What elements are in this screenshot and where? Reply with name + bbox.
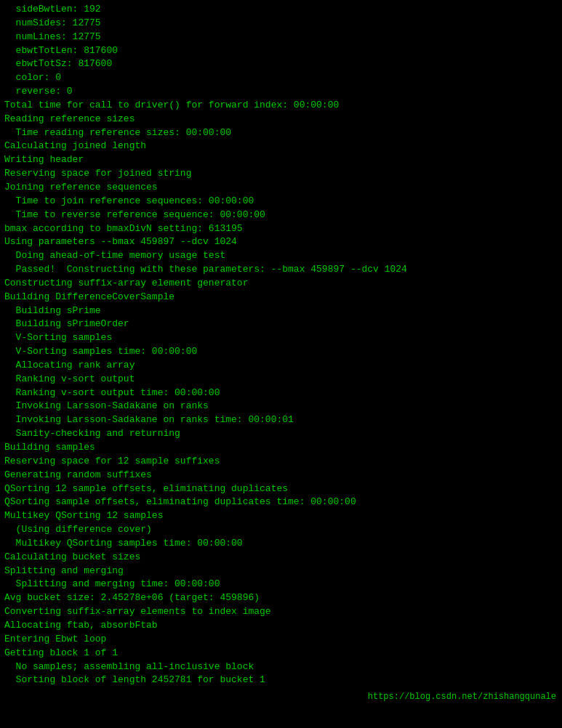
terminal-line: Joining reference sequences bbox=[4, 181, 558, 195]
terminal-line: Reading reference sizes bbox=[4, 113, 558, 126]
terminal-line: Avg bucket size: 2.45278e+06 (target: 45… bbox=[4, 591, 558, 605]
terminal-line: QSorting 12 sample offsets, eliminating … bbox=[4, 482, 558, 496]
terminal-line: Time to join reference sequences: 00:00:… bbox=[4, 195, 558, 209]
terminal-line: Invoking Larsson-Sadakane on ranks time:… bbox=[4, 413, 558, 427]
terminal-line: Allocating ftab, absorbFtab bbox=[4, 619, 558, 633]
terminal-line: Building sPrimeOrder bbox=[4, 318, 558, 331]
terminal-line: Getting block 1 of 1 bbox=[4, 647, 558, 660]
terminal-line: Time reading reference sizes: 00:00:00 bbox=[4, 126, 558, 140]
terminal-line: Calculating joined length bbox=[4, 139, 558, 153]
watermark: https://blog.csdn.net/zhishangqunale bbox=[368, 692, 556, 702]
terminal-line: Splitting and merging time: 00:00:00 bbox=[4, 578, 558, 591]
terminal-line: No samples; assembling all-inclusive blo… bbox=[4, 660, 558, 674]
terminal-line: Sanity-checking and returning bbox=[4, 427, 558, 441]
terminal-line: QSorting sample offsets, eliminating dup… bbox=[4, 496, 558, 509]
terminal-line: Ranking v-sort output time: 00:00:00 bbox=[4, 387, 558, 400]
terminal-line: sideBwtLen: 192 bbox=[4, 3, 558, 17]
terminal-line: Sorting block of length 2452781 for buck… bbox=[4, 674, 558, 687]
terminal-line: Building sPrime bbox=[4, 304, 558, 318]
terminal-line: ebwtTotLen: 817600 bbox=[4, 44, 558, 58]
terminal-line: bmax according to bmaxDivN setting: 6131… bbox=[4, 222, 558, 236]
terminal-line: Generating random suffixes bbox=[4, 469, 558, 482]
terminal-line: Time to reverse reference sequence: 00:0… bbox=[4, 209, 558, 222]
terminal-line: ebwtTotSz: 817600 bbox=[4, 57, 558, 71]
terminal-line: numSides: 12775 bbox=[4, 17, 558, 31]
terminal-line: V-Sorting samples bbox=[4, 331, 558, 345]
terminal-line: Multikey QSorting 12 samples bbox=[4, 509, 558, 523]
terminal-line: Allocating rank array bbox=[4, 359, 558, 373]
terminal-line: Invoking Larsson-Sadakane on ranks bbox=[4, 400, 558, 413]
terminal-line: Reserving space for joined string bbox=[4, 167, 558, 181]
terminal-line: Splitting and merging bbox=[4, 565, 558, 578]
terminal-line: Writing header bbox=[4, 153, 558, 167]
terminal-line: Converting suffix-array elements to inde… bbox=[4, 605, 558, 619]
terminal-line: V-Sorting samples time: 00:00:00 bbox=[4, 345, 558, 359]
terminal-line: Calculating bucket sizes bbox=[4, 551, 558, 565]
terminal-output: sideBwtLen: 192 numSides: 12775 numLines… bbox=[0, 0, 562, 690]
terminal-line: Building samples bbox=[4, 441, 558, 455]
terminal-line: Entering Ebwt loop bbox=[4, 633, 558, 647]
terminal-line: Ranking v-sort output bbox=[4, 373, 558, 387]
terminal-line: color: 0 bbox=[4, 71, 558, 85]
terminal-line: Using parameters --bmax 459897 --dcv 102… bbox=[4, 235, 558, 249]
terminal-line: (Using difference cover) bbox=[4, 523, 558, 537]
terminal-line: Passed! Constructing with these paramete… bbox=[4, 263, 558, 277]
terminal-line: Constructing suffix-array element genera… bbox=[4, 277, 558, 291]
terminal-line: Reserving space for 12 sample suffixes bbox=[4, 455, 558, 469]
terminal-line: Multikey QSorting samples time: 00:00:00 bbox=[4, 537, 558, 551]
terminal-line: Total time for call to driver() for forw… bbox=[4, 99, 558, 113]
terminal-line: reverse: 0 bbox=[4, 85, 558, 99]
terminal-line: Doing ahead-of-time memory usage test bbox=[4, 249, 558, 263]
terminal-line: Building DifferenceCoverSample bbox=[4, 291, 558, 304]
terminal-line: numLines: 12775 bbox=[4, 31, 558, 44]
